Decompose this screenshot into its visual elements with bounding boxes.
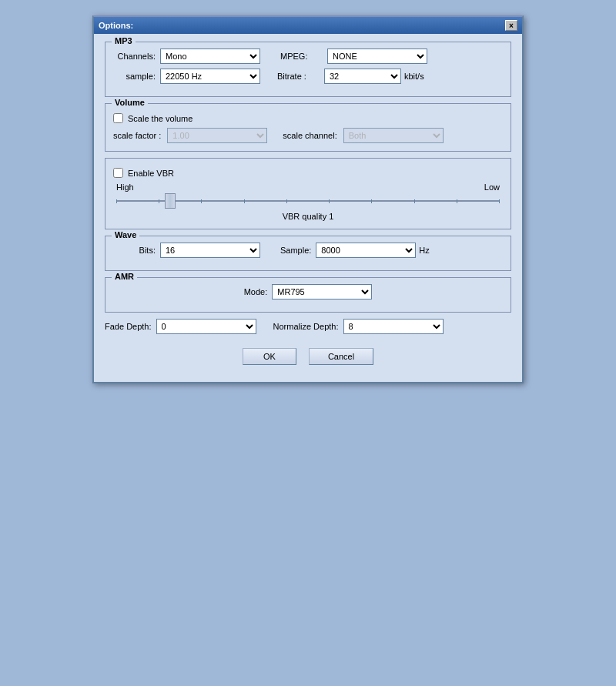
ok-button[interactable]: OK <box>243 348 296 365</box>
volume-group-label: Volume <box>112 98 148 107</box>
bits-select[interactable]: 8 16 <box>160 243 260 258</box>
slider-line <box>116 200 500 202</box>
fade-normalize-row: Fade Depth: 0 1 2 3 4 5 Normalize Depth:… <box>105 319 511 334</box>
amr-row: Mode: MR475 MR515 MR59 MR67 MR74 MR795 M… <box>113 284 503 299</box>
amr-group: AMR Mode: MR475 MR515 MR59 MR67 MR74 MR7… <box>105 277 511 313</box>
vbr-slider-track <box>113 193 503 209</box>
scale-channel-select[interactable]: Both Left Right <box>343 128 444 143</box>
scale-factor-label: scale factor : <box>113 131 161 140</box>
tick <box>329 199 330 203</box>
channels-select[interactable]: Mono Stereo Joint Stereo <box>160 49 260 64</box>
vbr-checkbox-row: Enable VBR <box>113 168 503 178</box>
amr-mode-label: Mode: <box>244 287 268 296</box>
options-dialog: Options: × MP3 Channels: Mono Stereo Joi… <box>92 15 524 383</box>
fade-depth-label: Fade Depth: <box>105 322 152 331</box>
tick <box>116 199 117 203</box>
wave-group: Wave Bits: 8 16 Sample: 8000 11025 22050… <box>105 236 511 271</box>
tick <box>499 199 500 203</box>
scale-volume-label: Scale the volume <box>128 114 192 123</box>
tick <box>371 199 372 203</box>
mpeg-select[interactable]: NONE MPEG1 MPEG2 <box>327 49 427 64</box>
vbr-checkbox-label: Enable VBR <box>128 169 174 178</box>
normalize-depth-select[interactable]: 1 2 3 4 5 6 7 8 9 10 <box>343 319 444 334</box>
wave-sample-label: Sample: <box>280 246 311 255</box>
mp3-row1: Channels: Mono Stereo Joint Stereo MPEG:… <box>113 49 503 64</box>
low-label: Low <box>484 182 500 192</box>
channels-label: Channels: <box>113 52 156 61</box>
amr-group-label: AMR <box>112 272 137 281</box>
mp3-group-label: MP3 <box>112 36 136 45</box>
vbr-slider-thumb[interactable] <box>165 193 176 209</box>
scale-volume-checkbox[interactable] <box>113 113 123 123</box>
scale-channel-label: scale channel: <box>283 131 336 140</box>
sample-select[interactable]: 8000 Hz 11025 Hz 16000 Hz 22050 Hz 44100… <box>160 69 260 84</box>
main-content: MP3 Channels: Mono Stereo Joint Stereo M… <box>94 34 522 382</box>
title-bar-text: Options: <box>99 21 133 30</box>
title-bar: Options: × <box>94 17 522 34</box>
mp3-row2: sample: 8000 Hz 11025 Hz 16000 Hz 22050 … <box>113 69 503 84</box>
sample-label: sample: <box>113 72 156 81</box>
bitrate-label: Bitrate : <box>277 72 320 81</box>
wave-sample-unit: Hz <box>419 246 429 255</box>
vbr-checkbox[interactable] <box>113 168 123 178</box>
vbr-quality-label: VBR quality 1 <box>113 212 503 221</box>
close-button[interactable]: × <box>505 20 517 31</box>
tick <box>159 199 159 203</box>
bits-label: Bits: <box>113 246 156 255</box>
tick <box>414 199 415 203</box>
fade-depth-select[interactable]: 0 1 2 3 4 5 <box>156 319 256 334</box>
bitrate-select[interactable]: 32 64 128 192 256 320 <box>324 69 401 84</box>
cancel-button[interactable]: Cancel <box>309 348 373 365</box>
action-buttons: OK Cancel <box>105 342 511 373</box>
scale-factor-select[interactable]: 1.00 <box>167 128 267 143</box>
tick <box>201 199 202 203</box>
bitrate-unit: kbit/s <box>404 72 424 81</box>
volume-group: Volume Scale the volume scale factor : 1… <box>105 103 511 152</box>
vbr-section: Enable VBR High Low <box>105 158 511 229</box>
high-label: High <box>116 182 134 192</box>
wave-sample-select[interactable]: 8000 11025 22050 44100 <box>316 243 416 258</box>
wave-row: Bits: 8 16 Sample: 8000 11025 22050 4410… <box>113 243 503 258</box>
scale-options-row: scale factor : 1.00 scale channel: Both … <box>113 128 503 143</box>
tick <box>286 199 287 203</box>
tick <box>457 199 457 203</box>
mpeg-label: MPEG: <box>280 52 323 61</box>
mp3-group: MP3 Channels: Mono Stereo Joint Stereo M… <box>105 42 511 97</box>
tick <box>244 199 245 203</box>
normalize-depth-label: Normalize Depth: <box>273 322 339 331</box>
amr-mode-select[interactable]: MR475 MR515 MR59 MR67 MR74 MR795 MR102 M… <box>272 284 372 299</box>
wave-group-label: Wave <box>112 230 139 239</box>
scale-volume-row: Scale the volume <box>113 113 503 123</box>
slider-labels: High Low <box>113 182 503 192</box>
